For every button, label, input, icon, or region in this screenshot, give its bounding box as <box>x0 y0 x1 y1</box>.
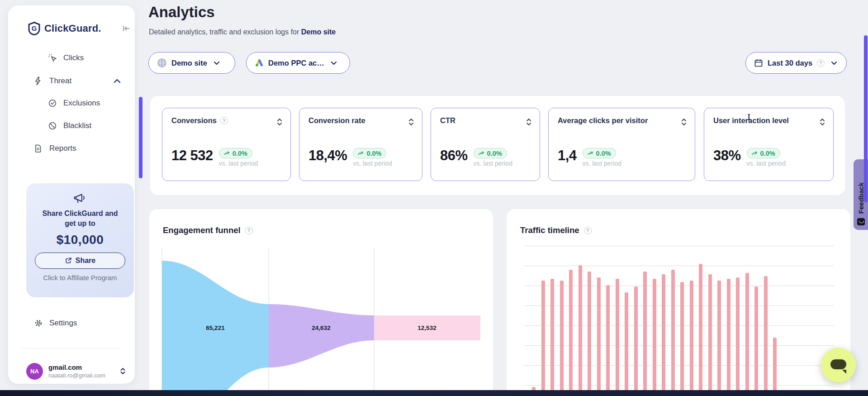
page-subtitle: Detailed analytics, traffic and exclusio… <box>149 28 336 36</box>
feedback-label: Feedback <box>857 182 865 214</box>
sidebar-item-label: Clicks <box>63 53 84 62</box>
help-icon[interactable]: ? <box>817 59 825 67</box>
kpi-value: 18,4% <box>308 147 347 164</box>
funnel-value-1: 65,221 <box>206 324 224 331</box>
funnel-title: Engagement funnel <box>163 225 241 235</box>
timeline-bar <box>634 286 638 390</box>
affiliate-promo-card[interactable]: Share ClickGuard and get up to $10,000 S… <box>26 183 134 297</box>
kpi-card-interaction-level: User interaction level 38% 0.0% vs. last… <box>704 108 834 181</box>
timeline-bar <box>745 273 749 390</box>
trend-up-icon <box>479 151 485 156</box>
trend-up-icon <box>224 151 230 156</box>
delta-badge: 0.0% <box>474 148 507 158</box>
avatar: NA <box>26 363 43 380</box>
sidebar-item-reports[interactable]: Reports <box>34 140 76 157</box>
google-ads-icon <box>255 59 264 67</box>
account-email: naatali.ro@gmail.com <box>48 372 120 379</box>
site-filter-label: Demo site <box>171 59 207 67</box>
kpi-label: User interaction level <box>713 116 789 125</box>
timeline-title: Traffic timeline <box>520 225 579 235</box>
share-button-label: Share <box>76 257 95 265</box>
engagement-funnel-card: Engagement funnel ? 65,221 24,632 12,532 <box>149 209 493 396</box>
page-title: Analytics <box>148 4 215 21</box>
divider <box>22 348 121 348</box>
site-filter-dropdown[interactable]: Demo site <box>148 52 235 74</box>
chat-launcher-button[interactable] <box>821 348 856 382</box>
timeline-bar <box>699 264 702 390</box>
sidebar-item-threat[interactable]: Threat <box>34 73 71 89</box>
sidebar-scrollbar[interactable] <box>139 97 142 178</box>
sidebar-item-settings[interactable]: Settings <box>34 315 77 331</box>
delta-value: 0.0% <box>487 150 502 157</box>
trend-up-icon <box>358 151 364 156</box>
kpi-card-ctr: CTR 86% 0.0% vs. last period <box>431 108 540 181</box>
kpi-value: 1,4 <box>558 147 577 164</box>
kpi-value: 12 532 <box>171 147 213 164</box>
chat-bubble-icon <box>830 359 846 369</box>
sidebar-item-label: Blacklist <box>63 121 91 130</box>
timeline-bar <box>569 270 573 390</box>
trend-up-icon <box>752 151 758 156</box>
timeline-bar <box>690 281 693 390</box>
help-icon[interactable]: ? <box>245 227 253 234</box>
delta-caption: vs. last period <box>219 160 258 167</box>
kpi-card-avg-clicks: Average clicks per visitor 1,4 0.0% vs. … <box>548 108 695 181</box>
document-icon <box>34 144 43 153</box>
timeline-bar <box>532 387 536 390</box>
timeline-bar <box>616 279 619 390</box>
trend-up-icon <box>588 151 594 156</box>
timeline-bar <box>550 279 554 390</box>
delta-badge: 0.0% <box>747 148 780 158</box>
sidebar-item-clicks[interactable]: Clicks <box>48 50 84 66</box>
metric-select-icon[interactable] <box>277 118 282 126</box>
date-range-dropdown[interactable]: Last 30 days ? <box>745 52 847 74</box>
metric-select-icon[interactable] <box>408 118 414 126</box>
engagement-funnel-chart: 65,221 24,632 12,532 <box>158 244 484 390</box>
funnel-stage-engaged <box>269 304 374 367</box>
metric-select-icon[interactable] <box>681 118 687 126</box>
delta-caption: vs. last period <box>747 160 786 167</box>
chat-bubble-tail <box>842 370 846 374</box>
chevron-up-icon[interactable] <box>114 79 121 83</box>
delta-badge: 0.0% <box>583 148 616 158</box>
account-texts: gmail.com naatali.ro@gmail.com <box>48 363 120 379</box>
sidebar-collapse-icon[interactable] <box>120 23 132 34</box>
sidebar: G ClickGuard. Clicks <box>8 5 135 384</box>
timeline-bar <box>560 281 564 390</box>
metric-select-icon[interactable] <box>820 118 825 126</box>
traffic-timeline-card: Traffic timeline ? <box>507 209 850 396</box>
metric-select-icon[interactable] <box>526 118 531 126</box>
help-icon[interactable]: ? <box>584 227 592 234</box>
timeline-bar <box>653 279 656 390</box>
timeline-bar <box>541 281 545 390</box>
account-switcher[interactable]: NA gmail.com naatali.ro@gmail.com <box>26 362 126 381</box>
timeline-bar <box>708 274 712 390</box>
delta-value: 0.0% <box>366 150 381 157</box>
kpi-card-conversion-rate: Conversion rate 18,4% 0.0% vs. last peri… <box>299 108 422 181</box>
kpi-panel: Conversions ? 12 532 0.0% vs. <box>150 96 845 195</box>
ppc-account-dropdown[interactable]: Demo PPC ac… <box>246 52 350 74</box>
share-button[interactable]: Share <box>35 253 125 269</box>
timeline-bar <box>643 272 647 390</box>
delta-caption: vs. last period <box>353 160 392 167</box>
sidebar-item-label: Reports <box>49 144 76 153</box>
page-scrollbar[interactable] <box>864 35 868 202</box>
delta-value: 0.0% <box>760 150 775 157</box>
select-chevrons-icon <box>120 367 126 375</box>
delta-value: 0.0% <box>596 150 611 157</box>
brand-logo: G ClickGuard. <box>28 22 101 35</box>
timeline-bar <box>736 277 740 390</box>
promo-amount: $10,000 <box>57 233 104 247</box>
timeline-bar <box>773 338 777 390</box>
sidebar-item-exclusions[interactable]: Exclusions <box>48 95 100 111</box>
timeline-bar <box>717 281 721 390</box>
kpi-card-conversions: Conversions ? 12 532 0.0% vs. <box>162 108 291 181</box>
delta-value: 0.0% <box>232 150 247 157</box>
delta-caption: vs. last period <box>474 160 512 167</box>
help-icon[interactable]: ? <box>220 117 228 124</box>
promo-footer-link[interactable]: Click to Affiliate Program <box>43 274 117 281</box>
timeline-bar <box>625 292 628 390</box>
account-name: gmail.com <box>48 363 120 371</box>
sidebar-item-blacklist[interactable]: Blacklist <box>48 118 91 134</box>
timeline-bar <box>579 265 582 390</box>
